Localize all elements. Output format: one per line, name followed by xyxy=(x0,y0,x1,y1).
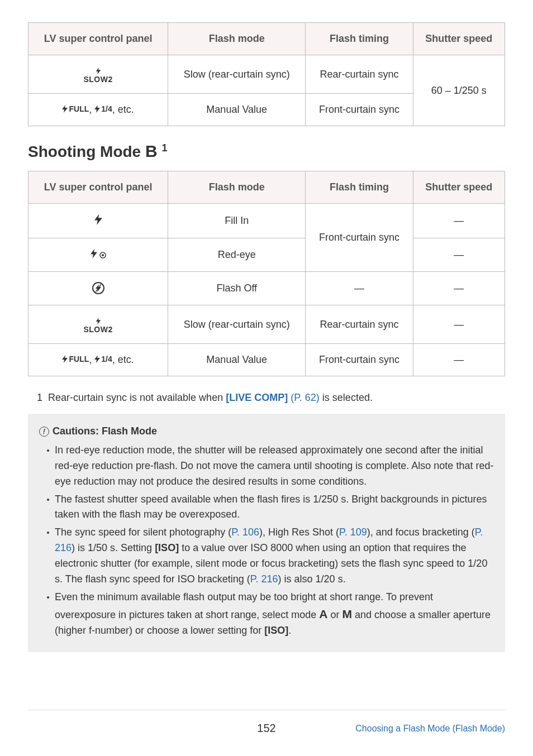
flash-table-1: LV super control panel Flash mode Flash … xyxy=(28,22,505,126)
bolt-quarter-icon: 1/4 xyxy=(94,355,112,363)
live-comp-link[interactable]: [LIVE COMP] xyxy=(226,392,288,403)
svg-marker-0 xyxy=(96,68,101,74)
page-number: 152 xyxy=(257,722,275,735)
table-row: Flash Off — — xyxy=(28,272,505,305)
col-header: Flash mode xyxy=(168,171,306,204)
page-link[interactable]: P. 109 xyxy=(339,527,367,538)
col-header: LV super control panel xyxy=(28,23,168,55)
flash-timing-cell: Rear-curtain sync xyxy=(306,305,413,344)
table-row: Fill In Front-curtain sync — xyxy=(28,204,505,238)
col-header: Shutter speed xyxy=(413,171,505,204)
table-header-row: LV super control panel Flash mode Flash … xyxy=(28,171,505,204)
panel-icon-cell xyxy=(28,272,168,305)
shutter-speed-cell: — xyxy=(413,344,505,376)
bolt-full-icon: FULL xyxy=(62,355,89,363)
cautions-box: ! Cautions: Flash Mode In red-eye reduct… xyxy=(28,414,505,652)
shutter-speed-cell: — xyxy=(413,272,505,305)
slow2-icon: SLOW2 xyxy=(83,68,112,83)
flash-timing-cell: Front-curtain sync xyxy=(306,344,413,376)
flash-mode-cell: Slow (rear-curtain sync) xyxy=(168,55,306,94)
col-header: LV super control panel xyxy=(28,171,168,204)
iso-label: [ISO] xyxy=(264,625,288,636)
footer-section-link[interactable]: Choosing a Flash Mode (Flash Mode) xyxy=(355,724,505,734)
caution-item: Even the minimum available flash output … xyxy=(47,590,494,639)
shutter-speed-cell: — xyxy=(413,238,505,272)
flash-mode-cell: Red-eye xyxy=(168,238,306,272)
table-row: SLOW2 Slow (rear-curtain sync) Rear-curt… xyxy=(28,305,505,344)
table-row: SLOW2 Slow (rear-curtain sync) Rear-curt… xyxy=(28,55,505,94)
live-comp-page-link[interactable]: (P. 62) xyxy=(288,392,320,403)
shutter-speed-cell: 60 – 1/250 s xyxy=(413,55,505,126)
page-link[interactable]: P. 106 xyxy=(231,527,259,538)
col-header: Shutter speed xyxy=(413,23,505,55)
flash-off-icon xyxy=(92,282,104,294)
svg-marker-10 xyxy=(62,355,68,363)
mode-a: A xyxy=(319,607,327,620)
shutter-speed-cell: — xyxy=(413,305,505,344)
info-icon: ! xyxy=(39,427,49,437)
flash-timing-cell: — xyxy=(306,272,413,305)
table-header-row: LV super control panel Flash mode Flash … xyxy=(28,23,505,55)
flash-mode-cell: Fill In xyxy=(168,204,306,238)
flash-timing-cell: Rear-curtain sync xyxy=(306,55,413,94)
panel-icon-cell: SLOW2 xyxy=(28,55,168,94)
table-row: FULL , 1/4 , etc. Manual Value Front-cur… xyxy=(28,344,505,376)
page-link[interactable]: P. 216 xyxy=(250,573,278,585)
mode-letter: B xyxy=(145,142,158,160)
flash-mode-cell: Manual Value xyxy=(168,344,306,376)
bolt-full-icon: FULL xyxy=(62,104,89,113)
flash-timing-cell: Front-curtain sync xyxy=(306,94,413,126)
bolt-quarter-icon: 1/4 xyxy=(94,104,112,113)
svg-marker-3 xyxy=(94,214,102,225)
etc-text: , etc. xyxy=(112,354,134,365)
caution-item: The sync speed for silent photography (P… xyxy=(47,525,494,587)
flash-timing-cell: Front-curtain sync xyxy=(306,204,413,272)
panel-icon-cell: FULL , 1/4 , etc. xyxy=(28,344,168,376)
flash-mode-cell: Slow (rear-curtain sync) xyxy=(168,305,306,344)
svg-marker-4 xyxy=(91,249,97,259)
panel-icon-cell xyxy=(28,204,168,238)
caution-item: The fastest shutter speed available when… xyxy=(47,492,494,523)
svg-marker-2 xyxy=(94,105,100,113)
svg-marker-11 xyxy=(94,355,100,363)
redeye-icon xyxy=(91,248,106,259)
svg-marker-1 xyxy=(62,105,68,113)
etc-text: , etc. xyxy=(112,104,134,115)
shutter-speed-cell: — xyxy=(413,204,505,238)
col-header: Flash mode xyxy=(168,23,306,55)
footnote-number: 1 xyxy=(32,392,42,404)
footnote-ref: 1 xyxy=(161,142,167,154)
svg-marker-9 xyxy=(96,318,101,324)
section-heading: Shooting Mode B 1 xyxy=(28,142,505,161)
panel-icon-cell xyxy=(28,238,168,272)
flash-mode-cell: Flash Off xyxy=(168,272,306,305)
col-header: Flash timing xyxy=(306,23,413,55)
iso-label: [ISO] xyxy=(155,542,179,553)
table-row: Red-eye — xyxy=(28,238,505,272)
mode-m: M xyxy=(342,607,352,620)
slow2-icon: SLOW2 xyxy=(83,318,112,333)
flash-table-2: LV super control panel Flash mode Flash … xyxy=(28,171,505,376)
page-footer: 152 Choosing a Flash Mode (Flash Mode) xyxy=(0,722,533,735)
col-header: Flash timing xyxy=(306,171,413,204)
footnote-text: Rear-curtain sync is not available when … xyxy=(48,392,373,404)
cautions-title: ! Cautions: Flash Mode xyxy=(39,424,494,439)
panel-icon-cell: SLOW2 xyxy=(28,305,168,344)
flash-mode-cell: Manual Value xyxy=(168,94,306,126)
caution-item: In red-eye reduction mode, the shutter w… xyxy=(47,443,494,490)
footnotes: 1 Rear-curtain sync is not available whe… xyxy=(28,392,505,404)
bolt-icon xyxy=(94,216,102,227)
panel-icon-cell: FULL , 1/4 , etc. xyxy=(28,94,168,126)
svg-point-6 xyxy=(102,254,104,256)
footer-divider xyxy=(28,710,505,710)
